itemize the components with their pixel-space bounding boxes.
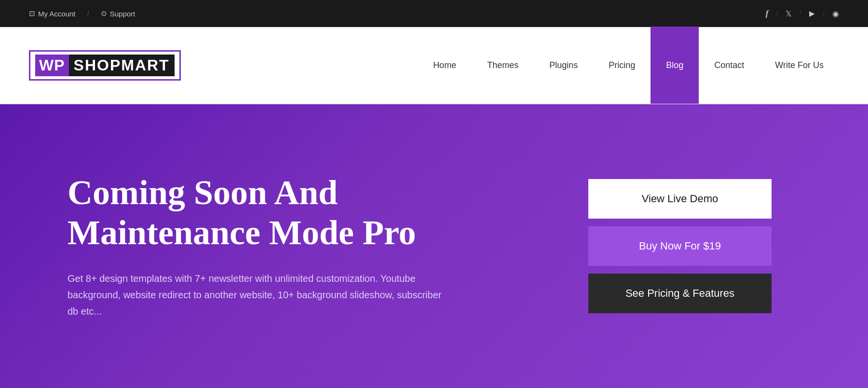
topbar: ⊡ My Account / ⊙ Support f / 𝕏 / ▶ / ◉ (0, 0, 868, 27)
twitter-icon[interactable]: 𝕏 (786, 9, 792, 18)
nav-links: Home Themes Plugins Pricing Blog Contact… (418, 27, 839, 104)
hero-description: Get 8+ design templates with 7+ newslett… (68, 270, 444, 319)
instagram-icon[interactable]: ◉ (832, 9, 839, 18)
hero-title: Coming Soon And Maintenance Mode Pro (68, 173, 502, 253)
nav-item-write-for-us[interactable]: Write For Us (760, 27, 839, 104)
see-pricing-features-button[interactable]: See Pricing & Features (588, 274, 772, 313)
nav-item-blog[interactable]: Blog (651, 27, 699, 104)
logo-shopmart: SHOPMART (69, 55, 175, 76)
social-sep-2: / (800, 10, 801, 17)
hero-buttons: View Live Demo Buy Now For $19 See Prici… (588, 179, 772, 313)
my-account-label: My Account (38, 10, 76, 18)
site-logo[interactable]: WP SHOPMART (29, 50, 181, 81)
support-link[interactable]: ⊙ Support (101, 9, 136, 18)
view-live-demo-button[interactable]: View Live Demo (588, 179, 772, 219)
account-icon: ⊡ (29, 9, 35, 18)
nav-item-contact[interactable]: Contact (699, 27, 760, 104)
social-sep-1: / (776, 10, 778, 17)
topbar-separator: / (87, 10, 89, 18)
support-icon: ⊙ (101, 9, 107, 18)
social-sep-3: / (823, 10, 825, 17)
logo-wp: WP (35, 55, 69, 76)
buy-now-button[interactable]: Buy Now For $19 (588, 226, 772, 266)
my-account-link[interactable]: ⊡ My Account (29, 9, 76, 18)
hero-content: Coming Soon And Maintenance Mode Pro Get… (68, 173, 502, 319)
nav-item-home[interactable]: Home (418, 27, 472, 104)
topbar-left: ⊡ My Account / ⊙ Support (29, 9, 135, 18)
hero-section: Coming Soon And Maintenance Mode Pro Get… (0, 104, 868, 388)
nav-item-pricing[interactable]: Pricing (593, 27, 651, 104)
topbar-right: f / 𝕏 / ▶ / ◉ (766, 9, 839, 18)
nav-item-plugins[interactable]: Plugins (534, 27, 593, 104)
facebook-icon[interactable]: f (766, 9, 769, 18)
logo-container: WP SHOPMART (29, 50, 181, 81)
support-label: Support (110, 10, 136, 18)
youtube-icon[interactable]: ▶ (809, 9, 815, 18)
nav-item-themes[interactable]: Themes (472, 27, 534, 104)
navbar: WP SHOPMART Home Themes Plugins Pricing … (0, 27, 868, 104)
